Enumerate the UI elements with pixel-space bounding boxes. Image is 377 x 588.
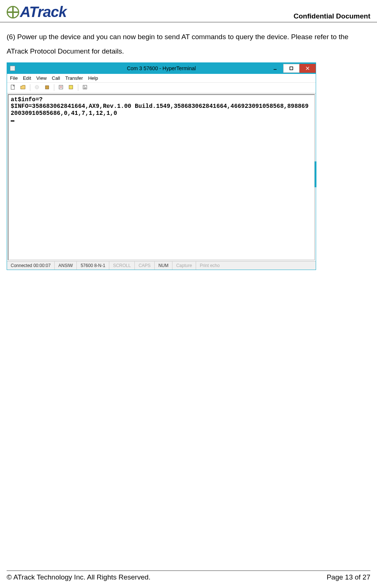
svg-rect-10 (84, 86, 85, 86)
maximize-icon (289, 66, 294, 71)
status-scroll: SCROLL (109, 261, 135, 270)
app-icon (10, 66, 15, 71)
new-file-icon[interactable] (10, 84, 16, 90)
menu-edit[interactable]: Edit (23, 75, 31, 81)
svg-rect-12 (84, 88, 86, 89)
status-settings: 57600 8-N-1 (77, 261, 109, 270)
menu-file[interactable]: File (10, 75, 18, 81)
toolbar-separator (54, 84, 54, 91)
toolbar-separator (30, 84, 30, 91)
cursor-icon (11, 120, 14, 122)
toolbar (7, 83, 316, 93)
menu-view[interactable]: View (36, 75, 47, 81)
logo-target-icon (7, 6, 19, 18)
properties-icon[interactable] (82, 84, 88, 90)
svg-rect-11 (84, 87, 86, 88)
logo-text: ATrack (20, 4, 66, 20)
send-icon[interactable] (58, 84, 64, 90)
svg-rect-8 (69, 85, 73, 89)
svg-rect-7 (59, 85, 63, 89)
statusbar: Connected 00:00:07 ANSIW 57600 8-N-1 SCR… (7, 261, 316, 270)
page-header: ATrack Confidential Document (0, 0, 377, 23)
window-controls (267, 64, 316, 73)
status-caps: CAPS (135, 261, 155, 270)
menu-help[interactable]: Help (88, 75, 98, 81)
svg-rect-6 (45, 86, 49, 89)
svg-rect-1 (290, 67, 293, 70)
status-num: NUM (155, 261, 172, 270)
menu-call[interactable]: Call (52, 75, 60, 81)
instruction-paragraph: (6) Power up the device and you can now … (0, 23, 377, 62)
logo: ATrack (7, 4, 66, 20)
terminal-output[interactable]: at$info=? $INFO=358683062841664,AX9,Rev.… (8, 94, 315, 260)
close-icon (305, 66, 310, 71)
receive-icon[interactable] (68, 84, 74, 90)
copyright: © ATrack Technology Inc. All Rights Rese… (7, 573, 151, 581)
confidential-label: Confidential Document (294, 12, 370, 20)
toolbar-separator (78, 84, 78, 91)
status-emulation: ANSIW (55, 261, 77, 270)
minimize-icon (273, 66, 277, 71)
connect-icon[interactable] (34, 84, 40, 90)
edge-artifact (315, 161, 316, 187)
titlebar: Com 3 57600 - HyperTerminal (7, 63, 316, 74)
disconnect-icon[interactable] (44, 84, 50, 90)
status-capture: Capture (172, 261, 196, 270)
terminal-text: at$info=? $INFO=358683062841664,AX9,Rev.… (11, 96, 309, 117)
hyperterminal-window: Com 3 57600 - HyperTerminal File Edit Vi… (7, 62, 316, 270)
minimize-button[interactable] (267, 64, 283, 73)
status-print-echo: Print echo (196, 261, 223, 270)
page-number: Page 13 of 27 (327, 573, 370, 581)
maximize-button[interactable] (283, 64, 299, 73)
status-connected: Connected 00:00:07 (7, 261, 55, 270)
menu-transfer[interactable]: Transfer (65, 75, 83, 81)
menubar: File Edit View Call Transfer Help (7, 74, 316, 83)
close-button[interactable] (299, 64, 316, 73)
svg-point-5 (35, 85, 39, 89)
open-folder-icon[interactable] (20, 84, 26, 90)
page-footer: © ATrack Technology Inc. All Rights Rese… (7, 570, 370, 581)
